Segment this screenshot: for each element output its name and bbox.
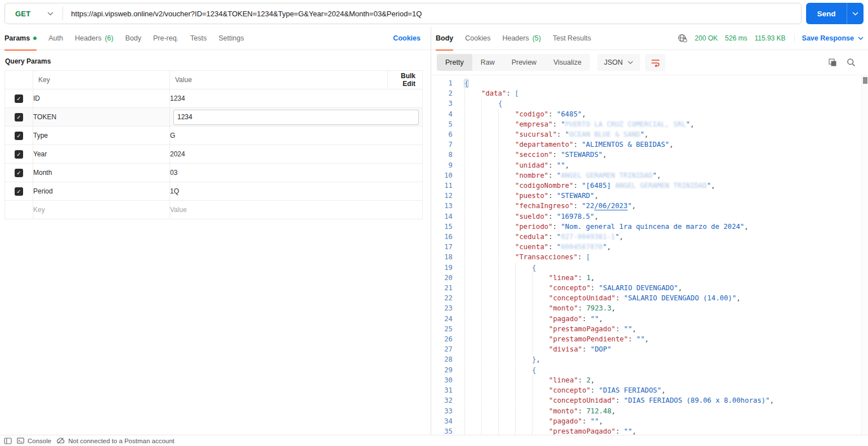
- console-icon: [17, 438, 24, 444]
- indent-guide: [498, 181, 515, 191]
- tab-tests[interactable]: Tests: [190, 27, 207, 50]
- tab-auth[interactable]: Auth: [48, 27, 63, 50]
- cookies-link[interactable]: Cookies: [393, 34, 426, 42]
- code-token: ,: [590, 274, 594, 282]
- response-time[interactable]: 526 ms: [725, 34, 747, 42]
- param-value[interactable]: G: [170, 127, 423, 145]
- param-key[interactable]: TOKEN: [33, 108, 170, 127]
- code-token: ,: [661, 386, 665, 394]
- copy-icon[interactable]: [828, 58, 837, 67]
- tab-response-body[interactable]: Body: [436, 27, 453, 50]
- code-token: "linea": [549, 274, 578, 282]
- indent-guide: [498, 242, 515, 252]
- param-key[interactable]: ID: [33, 89, 170, 108]
- view-raw[interactable]: Raw: [472, 54, 503, 71]
- network-info-icon[interactable]: [678, 34, 687, 43]
- tab-response-cookies[interactable]: Cookies: [465, 27, 490, 50]
- line-number: 4: [431, 109, 456, 119]
- param-value-input[interactable]: 1234: [173, 110, 419, 125]
- checkbox-checked-icon[interactable]: ✓: [15, 132, 23, 140]
- code-token: ,: [565, 161, 569, 169]
- view-visualize[interactable]: Visualize: [545, 54, 590, 71]
- tab-pre-request[interactable]: Pre-req.: [153, 27, 178, 50]
- checkbox-checked-icon[interactable]: ✓: [15, 113, 23, 121]
- response-status-bar: 200 OK 526 ms 115.93 KB Save Response: [678, 34, 863, 43]
- code-token: ,: [744, 223, 748, 231]
- tab-response-headers[interactable]: Headers (5): [502, 27, 541, 50]
- indent-guide: [481, 324, 498, 334]
- toggle-sidebar-icon[interactable]: [4, 438, 12, 444]
- new-param-value-input[interactable]: [170, 206, 410, 214]
- url-input[interactable]: [63, 3, 801, 24]
- indent-guide: [498, 416, 515, 426]
- checkbox-checked-icon[interactable]: ✓: [15, 187, 23, 196]
- new-param-key-input[interactable]: [33, 206, 163, 214]
- tab-settings[interactable]: Settings: [218, 27, 244, 50]
- indent-guide: [498, 293, 515, 303]
- code-token: "DIAS FERIADOS (89.06 x 8.00horas)": [624, 397, 769, 404]
- param-value[interactable]: 1234: [170, 89, 423, 108]
- save-response-button[interactable]: Save Response: [794, 34, 863, 42]
- format-selector[interactable]: JSON: [597, 54, 640, 71]
- indent-guide: [464, 406, 481, 416]
- tab-label: Tests: [190, 34, 207, 42]
- view-pretty[interactable]: Pretty: [437, 54, 472, 71]
- indent-guide: [532, 324, 549, 334]
- header-value: Value: [170, 71, 388, 89]
- tab-headers[interactable]: Headers (6): [75, 27, 114, 50]
- empty-checkbox-cell: [5, 201, 33, 219]
- tab-test-results[interactable]: Test Results: [553, 27, 591, 50]
- tab-params[interactable]: Params: [5, 27, 37, 50]
- code-token: ,: [669, 141, 673, 148]
- connection-status[interactable]: Not connected to a Postman account: [56, 438, 175, 444]
- indent-guide: [464, 119, 481, 129]
- wrap-lines-button[interactable]: [645, 54, 665, 71]
- code-content: "concepto": "DIAS FERIADOS",: [456, 385, 665, 395]
- indent-guide: [498, 354, 515, 364]
- code-token: "[6485]: [581, 182, 615, 190]
- param-key[interactable]: Year: [33, 145, 170, 164]
- indent-guide: [464, 150, 481, 160]
- response-code[interactable]: 1{2"data": [3{4"codigo": "6485",5"empres…: [431, 75, 868, 435]
- response-size[interactable]: 115.93 KB: [754, 34, 785, 42]
- code-content: "linea": 2,: [456, 375, 594, 385]
- scrollbar[interactable]: [861, 75, 868, 435]
- send-button[interactable]: Send: [806, 3, 847, 24]
- indent-guide: [464, 109, 481, 119]
- code-content: "divisa": "DOP": [456, 344, 611, 354]
- checkbox-checked-icon[interactable]: ✓: [15, 94, 23, 103]
- code-token: "puesto": [515, 192, 548, 200]
- param-key[interactable]: Type: [33, 127, 170, 145]
- indent-guide: [498, 191, 515, 201]
- param-value[interactable]: 2024: [170, 145, 423, 164]
- scrollbar-thumb[interactable]: [863, 77, 867, 84]
- code-token: ,: [711, 182, 715, 190]
- code-line: 4"codigo": "6485",: [431, 109, 868, 119]
- param-value[interactable]: 1Q: [170, 182, 423, 201]
- code-content: "sueldo": "16978.5",: [456, 211, 598, 222]
- indent-guide: [481, 160, 498, 170]
- method-selector[interactable]: GET: [5, 10, 62, 18]
- tab-label: Auth: [48, 34, 63, 42]
- code-token: "": [624, 427, 632, 435]
- indent-guide: [515, 303, 532, 313]
- indent-guide: [481, 109, 498, 119]
- tab-body[interactable]: Body: [125, 27, 141, 50]
- checkbox-checked-icon[interactable]: ✓: [15, 169, 23, 177]
- checkbox-checked-icon[interactable]: ✓: [15, 150, 23, 159]
- code-token: "linea": [549, 376, 578, 384]
- param-key[interactable]: Period: [33, 182, 170, 201]
- line-number: 9: [431, 160, 456, 170]
- param-key[interactable]: Month: [33, 164, 170, 182]
- bulk-edit-button[interactable]: Bulk Edit: [388, 71, 423, 89]
- console-button[interactable]: Console: [17, 438, 51, 444]
- line-number: 8: [431, 150, 456, 160]
- search-icon[interactable]: [847, 58, 856, 67]
- status-code[interactable]: 200 OK: [695, 34, 718, 42]
- param-value[interactable]: 03: [170, 164, 423, 182]
- view-preview[interactable]: Preview: [503, 54, 545, 71]
- code-token: "": [636, 335, 645, 343]
- send-options-chevron[interactable]: [847, 3, 863, 24]
- code-token: "departamento": [515, 141, 574, 148]
- code-token: "conceptoUnidad": [549, 294, 615, 302]
